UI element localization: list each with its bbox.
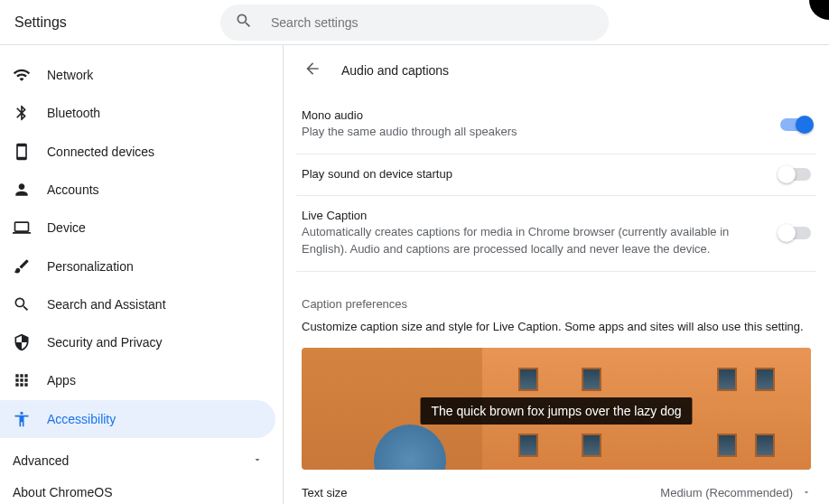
page-title: Audio and captions bbox=[341, 63, 449, 78]
sidebar-item-apps[interactable]: Apps bbox=[0, 361, 275, 399]
sidebar-item-connected-devices[interactable]: Connected devices bbox=[0, 133, 275, 171]
wifi-icon bbox=[13, 66, 31, 84]
sidebar-item-bluetooth[interactable]: Bluetooth bbox=[0, 94, 275, 132]
startup-sound-toggle[interactable] bbox=[780, 168, 811, 181]
chevron-down-icon bbox=[802, 486, 811, 499]
brush-icon bbox=[13, 257, 31, 275]
apps-icon bbox=[13, 371, 31, 389]
setting-startup-sound: Play sound on device startup bbox=[296, 154, 816, 196]
sidebar-item-label: Search and Assistant bbox=[47, 297, 166, 312]
search-icon bbox=[235, 12, 253, 33]
about-link[interactable]: About ChromeOS bbox=[0, 480, 275, 504]
sidebar-item-search-assistant[interactable]: Search and Assistant bbox=[0, 285, 275, 323]
sidebar-item-label: Network bbox=[47, 68, 93, 82]
bluetooth-icon bbox=[13, 104, 31, 122]
accessibility-icon bbox=[13, 410, 31, 428]
sidebar-item-label: Bluetooth bbox=[47, 106, 100, 120]
main-content: Audio and captions Mono audio Play the s… bbox=[284, 45, 829, 504]
sidebar-item-label: Security and Privacy bbox=[47, 335, 163, 350]
shield-icon bbox=[13, 333, 31, 351]
sidebar-item-personalization[interactable]: Personalization bbox=[0, 247, 275, 285]
page-header: Audio and captions bbox=[296, 45, 816, 96]
sidebar-item-label: Personalization bbox=[47, 259, 134, 274]
caption-preferences-heading: Caption preferences bbox=[296, 290, 816, 320]
sidebar-item-accessibility[interactable]: Accessibility bbox=[0, 400, 275, 438]
advanced-toggle[interactable]: Advanced bbox=[0, 442, 275, 480]
text-size-row: Text size Medium (Recommended) bbox=[296, 470, 816, 499]
sidebar-item-accounts[interactable]: Accounts bbox=[0, 171, 275, 209]
search-icon bbox=[13, 295, 31, 313]
mono-audio-toggle[interactable] bbox=[780, 118, 811, 131]
sidebar-item-network[interactable]: Network bbox=[0, 56, 275, 94]
laptop-icon bbox=[13, 219, 31, 237]
search-bar[interactable] bbox=[220, 5, 609, 41]
text-size-label: Text size bbox=[302, 486, 660, 499]
sidebar-item-label: Apps bbox=[47, 373, 76, 387]
setting-title: Live Caption bbox=[302, 209, 762, 222]
sidebar-item-device[interactable]: Device bbox=[0, 209, 275, 247]
live-caption-toggle[interactable] bbox=[780, 227, 811, 239]
setting-title: Mono audio bbox=[302, 108, 762, 122]
back-button[interactable] bbox=[302, 60, 323, 81]
sidebar: Network Bluetooth Connected devices Acco… bbox=[0, 45, 284, 504]
setting-mono-audio: Mono audio Play the same audio through a… bbox=[296, 96, 816, 154]
setting-desc: Automatically creates captions for media… bbox=[302, 224, 762, 258]
text-size-dropdown[interactable]: Medium (Recommended) bbox=[660, 486, 811, 499]
setting-live-caption: Live Caption Automatically creates capti… bbox=[296, 196, 816, 272]
person-icon bbox=[13, 181, 31, 199]
sidebar-item-security-privacy[interactable]: Security and Privacy bbox=[0, 323, 275, 361]
app-header: Settings bbox=[0, 0, 829, 45]
app-title: Settings bbox=[14, 14, 67, 31]
setting-title: Play sound on device startup bbox=[302, 167, 762, 181]
chevron-down-icon bbox=[252, 453, 263, 469]
sidebar-item-label: Device bbox=[47, 220, 86, 235]
setting-desc: Play the same audio through all speakers bbox=[302, 124, 762, 141]
sidebar-item-label: Accessibility bbox=[47, 412, 116, 426]
caption-sample-text: The quick brown fox jumps over the lazy … bbox=[420, 397, 692, 425]
caption-preview: The quick brown fox jumps over the lazy … bbox=[302, 348, 811, 470]
sidebar-item-label: Connected devices bbox=[47, 145, 154, 159]
sidebar-item-label: Accounts bbox=[47, 182, 99, 197]
device-icon bbox=[13, 143, 31, 161]
caption-preferences-desc: Customize caption size and style for Liv… bbox=[296, 320, 816, 348]
search-input[interactable] bbox=[271, 15, 594, 30]
arrow-back-icon bbox=[303, 60, 321, 81]
